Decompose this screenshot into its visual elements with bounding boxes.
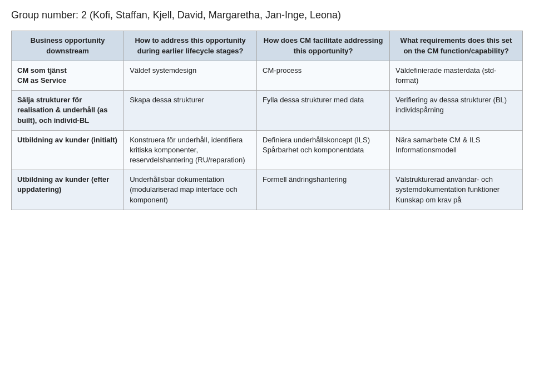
cell-r0-c0: CM som tjänst CM as Service [12,61,124,90]
cell-r3-c3: Välstrukturerad användar- och systemdoku… [390,170,523,210]
cell-r1-c0: Sälja strukturer för realisation & under… [12,91,124,131]
cell-r0-c2: CM-process [257,61,390,90]
table-row: Utbildning av kunder (efter uppdatering)… [12,170,523,210]
col-header-1: Business opportunity downstream [12,31,124,61]
table-row: CM som tjänst CM as ServiceVäldef system… [12,61,523,90]
col-header-2: How to address this opportunity during e… [124,31,257,61]
cell-r2-c1: Konstruera för underhåll, identifiera kr… [124,130,257,170]
cell-r3-c2: Formell ändringshantering [257,170,390,210]
cell-r1-c2: Fylla dessa strukturer med data [257,91,390,131]
table-row: Sälja strukturer för realisation & under… [12,91,523,131]
cell-r2-c3: Nära samarbete CM & ILS Informationsmode… [390,130,523,170]
cell-r1-c3: Verifiering av dessa strukturer (BL) ind… [390,91,523,131]
cell-r0-c1: Väldef systemdesign [124,61,257,90]
table-row: Utbildning av kunder (initialt)Konstruer… [12,130,523,170]
cell-r2-c0: Utbildning av kunder (initialt) [12,130,124,170]
cell-r0-c3: Väldefinierade masterdata (std-format) [390,61,523,90]
main-table: Business opportunity downstream How to a… [11,31,523,210]
header-row: Business opportunity downstream How to a… [12,31,523,61]
cell-r2-c2: Definiera underhållskoncept (ILS) Spårba… [257,130,390,170]
col-header-3: How does CM facilitate addressing this o… [257,31,390,61]
col-header-4: What requirements does this set on the C… [390,31,523,61]
cell-r3-c1: Underhållsbar dokumentation (modulariser… [124,170,257,210]
cell-r3-c0: Utbildning av kunder (efter uppdatering) [12,170,124,210]
cell-r1-c1: Skapa dessa strukturer [124,91,257,131]
page-title: Group number: 2 (Kofi, Staffan, Kjell, D… [11,9,523,22]
